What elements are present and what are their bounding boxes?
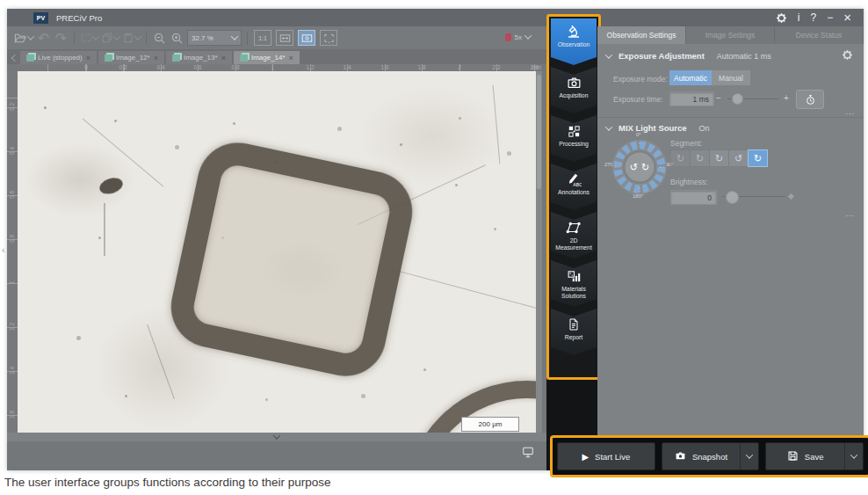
segment-button-4[interactable]: ↺ [728, 149, 749, 167]
sidebar-item-acquisition[interactable]: Acquisition [551, 67, 597, 113]
minimize-icon[interactable]: − [827, 9, 833, 26]
tab-live[interactable]: Live (stopped) × [20, 51, 97, 64]
scale-bar: 200 μm [461, 417, 519, 432]
mix-more-button[interactable]: ... [845, 209, 855, 218]
segment-button-1[interactable]: ↻ [670, 149, 691, 167]
zoom-level-dropdown-icon[interactable] [231, 33, 238, 40]
start-live-button[interactable]: ▶ Start Live [557, 442, 655, 470]
toolbar-separator [146, 32, 147, 45]
mix-ring-control[interactable]: 0° 90° 180° 270° ↺ ↻ [608, 134, 671, 200]
fullscreen-button[interactable] [320, 30, 337, 46]
segment-icon: ↻ [715, 153, 723, 164]
copy-dropdown-icon[interactable] [113, 33, 120, 40]
angle-top-label: 0° [636, 132, 641, 137]
select-region-button[interactable] [80, 30, 98, 47]
toolbar-separator [247, 32, 248, 45]
help-icon[interactable]: ? [811, 9, 817, 26]
zoom-level-combobox[interactable]: 32.7 % [187, 30, 242, 46]
ruler-tick-label: 0.2 [119, 64, 127, 70]
display-output-icon[interactable] [522, 446, 534, 458]
tab-image-settings[interactable]: Image Settings [686, 26, 775, 44]
tab-image-13[interactable]: Image_13* × [166, 51, 232, 64]
info-icon[interactable]: i [798, 9, 800, 26]
open-file-dropdown-icon[interactable] [27, 33, 34, 40]
exposure-more-button[interactable]: ... [845, 107, 855, 116]
sidebar-item-2d-measurement[interactable]: 2D Measurement [551, 212, 597, 258]
brightness-input[interactable]: 0 [670, 190, 717, 205]
tab-close-icon[interactable]: × [289, 55, 293, 62]
settings-tab-bar: Observation Settings Image Settings Devi… [597, 26, 864, 44]
exposure-decrease-button[interactable]: − [716, 93, 721, 103]
undo-button[interactable]: ↶ [36, 30, 51, 47]
collapse-section-icon[interactable] [605, 123, 612, 130]
ruler-tick-label: 1.2 [306, 64, 314, 70]
exposure-slider-handle[interactable] [732, 93, 743, 105]
fit-to-screen-button[interactable] [298, 30, 315, 46]
segment-button-3[interactable]: ↻ [709, 149, 729, 167]
exposure-time-input[interactable]: 1 ms [669, 91, 714, 106]
segment-button-all[interactable]: ↻ [748, 149, 768, 167]
ruler-tick-label: 1.4 [343, 64, 351, 70]
redo-button[interactable]: ↷ [54, 30, 69, 47]
settings-gear-icon[interactable] [776, 12, 787, 24]
tab-close-icon[interactable]: × [221, 55, 226, 62]
tab-device-status[interactable]: Device Status [775, 26, 864, 44]
exposure-gear-icon[interactable] [842, 49, 853, 61]
chevron-down-icon [746, 451, 753, 458]
paste-dropdown-icon[interactable] [134, 33, 141, 40]
segment-button-2[interactable]: ↻ [690, 149, 710, 167]
objective-dropdown-icon[interactable] [524, 32, 532, 39]
segment-icon: ↻ [696, 153, 704, 164]
exposure-mode-automatic-button[interactable]: Automatic [669, 70, 712, 85]
rotate-cw-icon[interactable]: ↻ [641, 162, 649, 173]
collapse-bottom-icon[interactable] [273, 432, 280, 439]
select-region-dropdown-icon[interactable] [92, 33, 99, 40]
actual-size-button[interactable]: 1:1 [254, 30, 271, 46]
exposure-section-header[interactable]: Exposure Adjustment Automatic 1 ms [606, 51, 771, 61]
sidebar-item-materials-solutions[interactable]: Materials Solutions [551, 260, 597, 307]
mix-section-header[interactable]: MIX Light Source On [606, 123, 710, 133]
collapse-section-icon[interactable] [605, 51, 612, 58]
sidebar-item-label: Processing [558, 141, 590, 148]
snapshot-button[interactable]: Snapshot [662, 442, 760, 470]
close-icon[interactable]: × [843, 9, 851, 26]
rotate-ccw-icon[interactable]: ↺ [630, 162, 638, 173]
microscopy-image: 200 μm [18, 71, 536, 433]
zoom-level-value: 32.7 % [192, 34, 213, 42]
toolbar-separator [74, 32, 75, 45]
particle-square-ring [163, 135, 420, 383]
save-button[interactable]: Save [765, 442, 864, 470]
figure-caption: The user interface groups functions acco… [4, 476, 330, 489]
zoom-in-button[interactable] [170, 30, 184, 47]
tab-image-14[interactable]: Image_14* × [234, 51, 300, 64]
segment-icon: ↻ [754, 153, 762, 164]
exposure-timer-button[interactable] [796, 90, 824, 109]
tab-close-icon[interactable]: × [86, 55, 90, 62]
tab-close-icon[interactable]: × [154, 55, 158, 62]
ruler-tick-label: 2 [458, 64, 461, 70]
horizontal-scrollbar[interactable] [7, 433, 546, 441]
objective-selector[interactable]: 5x [505, 29, 531, 45]
save-dropdown[interactable] [844, 443, 863, 470]
sidebar-item-observation[interactable]: Observation [551, 18, 597, 65]
sidebar-item-annotations[interactable]: ABC Annotations [551, 164, 597, 210]
scrollbar-handle[interactable] [537, 75, 541, 189]
tab-observation-settings[interactable]: Observation Settings [597, 26, 686, 44]
copy-button[interactable] [101, 30, 119, 47]
open-file-button[interactable] [14, 30, 33, 47]
exposure-mode-manual-button[interactable]: Manual [712, 70, 750, 85]
collapse-left-icon[interactable]: ‹ [2, 244, 5, 255]
tab-scroll-left-icon[interactable] [11, 55, 18, 62]
particle-blob [98, 175, 125, 197]
snapshot-dropdown[interactable] [740, 443, 758, 470]
zoom-out-button[interactable] [152, 30, 167, 47]
fit-width-button[interactable] [276, 30, 293, 46]
exposure-increase-button[interactable]: + [784, 93, 789, 103]
tab-image-12[interactable]: Image_12* × [98, 51, 164, 64]
paste-button[interactable] [122, 30, 141, 47]
viewer-status-strip [7, 441, 546, 470]
sidebar-item-report[interactable]: Report [551, 309, 597, 355]
vertical-scrollbar[interactable] [536, 71, 542, 433]
brightness-slider-handle[interactable] [726, 191, 739, 204]
sidebar-item-processing[interactable]: Processing [551, 115, 597, 162]
